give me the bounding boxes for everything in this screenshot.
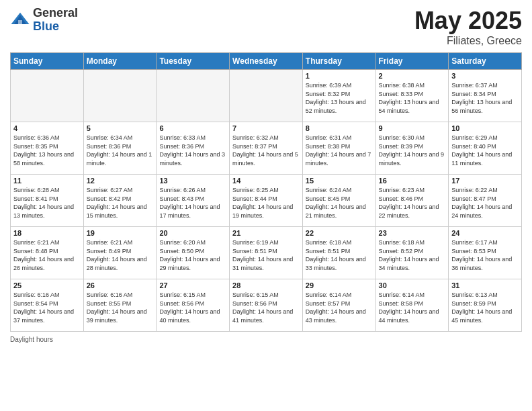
day-info: Sunrise: 6:27 AMSunset: 8:42 PMDaylight:… (87, 186, 154, 220)
day-number: 10 (451, 124, 519, 132)
day-number: 28 (232, 281, 300, 289)
calendar-week-3: 11Sunrise: 6:28 AMSunset: 8:41 PMDayligh… (11, 175, 522, 227)
calendar-cell: 13Sunrise: 6:26 AMSunset: 8:43 PMDayligh… (157, 175, 230, 227)
calendar-cell: 20Sunrise: 6:20 AMSunset: 8:50 PMDayligh… (157, 227, 230, 279)
title-month: May 2025 (414, 7, 522, 35)
day-number: 13 (159, 177, 226, 185)
day-number: 21 (232, 229, 300, 237)
calendar-cell: 21Sunrise: 6:19 AMSunset: 8:51 PMDayligh… (230, 227, 303, 279)
day-info: Sunrise: 6:37 AMSunset: 8:34 PMDaylight:… (451, 81, 519, 115)
day-number: 16 (379, 177, 446, 185)
calendar-header-tuesday: Tuesday (157, 53, 230, 70)
calendar-cell (83, 70, 157, 122)
title-location: Filiates, Greece (414, 35, 522, 47)
calendar-header-wednesday: Wednesday (230, 53, 303, 70)
calendar-cell: 17Sunrise: 6:22 AMSunset: 8:47 PMDayligh… (449, 175, 522, 227)
day-info: Sunrise: 6:17 AMSunset: 8:53 PMDaylight:… (451, 238, 519, 272)
calendar-cell (11, 70, 84, 122)
day-info: Sunrise: 6:34 AMSunset: 8:36 PMDaylight:… (87, 134, 154, 167)
calendar-cell: 23Sunrise: 6:18 AMSunset: 8:52 PMDayligh… (375, 227, 449, 279)
title-block: May 2025 Filiates, Greece (414, 7, 522, 47)
calendar-cell: 2Sunrise: 6:38 AMSunset: 8:33 PMDaylight… (375, 70, 449, 122)
calendar-table: SundayMondayTuesdayWednesdayThursdayFrid… (10, 52, 522, 332)
day-info: Sunrise: 6:32 AMSunset: 8:37 PMDaylight:… (232, 134, 300, 167)
day-info: Sunrise: 6:30 AMSunset: 8:39 PMDaylight:… (379, 134, 446, 167)
header: General Blue May 2025 Filiates, Greece (10, 7, 522, 47)
calendar-header-friday: Friday (375, 53, 449, 70)
day-info: Sunrise: 6:21 AMSunset: 8:49 PMDaylight:… (87, 238, 154, 272)
day-number: 19 (87, 229, 154, 237)
day-number: 2 (379, 72, 446, 80)
day-info: Sunrise: 6:23 AMSunset: 8:46 PMDaylight:… (379, 186, 446, 220)
calendar-cell: 11Sunrise: 6:28 AMSunset: 8:41 PMDayligh… (11, 175, 84, 227)
day-info: Sunrise: 6:21 AMSunset: 8:48 PMDaylight:… (13, 238, 81, 272)
day-number: 20 (159, 229, 226, 237)
day-info: Sunrise: 6:29 AMSunset: 8:40 PMDaylight:… (451, 134, 519, 167)
calendar-week-5: 25Sunrise: 6:16 AMSunset: 8:54 PMDayligh… (11, 279, 522, 332)
calendar-cell: 1Sunrise: 6:39 AMSunset: 8:32 PMDaylight… (302, 70, 375, 122)
calendar-cell: 9Sunrise: 6:30 AMSunset: 8:39 PMDaylight… (375, 122, 449, 175)
calendar-header-sunday: Sunday (11, 53, 84, 70)
day-number: 14 (232, 177, 300, 185)
day-number: 30 (379, 281, 446, 289)
calendar-cell: 19Sunrise: 6:21 AMSunset: 8:49 PMDayligh… (83, 227, 157, 279)
day-info: Sunrise: 6:16 AMSunset: 8:54 PMDaylight:… (13, 291, 81, 324)
calendar-cell: 27Sunrise: 6:15 AMSunset: 8:56 PMDayligh… (157, 279, 230, 332)
daylight-hours-label: Daylight hours (10, 336, 53, 343)
calendar-cell: 3Sunrise: 6:37 AMSunset: 8:34 PMDaylight… (449, 70, 522, 122)
day-info: Sunrise: 6:19 AMSunset: 8:51 PMDaylight:… (232, 238, 300, 272)
day-number: 31 (451, 281, 519, 289)
day-info: Sunrise: 6:13 AMSunset: 8:59 PMDaylight:… (451, 291, 519, 324)
calendar-cell: 25Sunrise: 6:16 AMSunset: 8:54 PMDayligh… (11, 279, 84, 332)
calendar-cell: 26Sunrise: 6:16 AMSunset: 8:55 PMDayligh… (83, 279, 157, 332)
day-info: Sunrise: 6:16 AMSunset: 8:55 PMDaylight:… (87, 291, 154, 324)
day-info: Sunrise: 6:20 AMSunset: 8:50 PMDaylight:… (159, 238, 226, 272)
calendar-cell: 31Sunrise: 6:13 AMSunset: 8:59 PMDayligh… (449, 279, 522, 332)
calendar-header-row: SundayMondayTuesdayWednesdayThursdayFrid… (11, 53, 522, 70)
day-info: Sunrise: 6:14 AMSunset: 8:57 PMDaylight:… (306, 291, 373, 324)
calendar-cell: 22Sunrise: 6:18 AMSunset: 8:51 PMDayligh… (302, 227, 375, 279)
day-number: 7 (232, 124, 300, 132)
logo-general-text: General (33, 7, 78, 20)
day-number: 17 (451, 177, 519, 185)
calendar-week-2: 4Sunrise: 6:36 AMSunset: 8:35 PMDaylight… (11, 122, 522, 175)
day-info: Sunrise: 6:15 AMSunset: 8:56 PMDaylight:… (232, 291, 300, 324)
day-number: 26 (87, 281, 154, 289)
day-number: 22 (306, 229, 373, 237)
calendar-week-4: 18Sunrise: 6:21 AMSunset: 8:48 PMDayligh… (11, 227, 522, 279)
calendar-cell: 16Sunrise: 6:23 AMSunset: 8:46 PMDayligh… (375, 175, 449, 227)
calendar-cell: 18Sunrise: 6:21 AMSunset: 8:48 PMDayligh… (11, 227, 84, 279)
day-number: 4 (13, 124, 81, 132)
footer: Daylight hours (10, 336, 522, 343)
day-number: 9 (379, 124, 446, 132)
day-info: Sunrise: 6:14 AMSunset: 8:58 PMDaylight:… (379, 291, 446, 324)
day-number: 8 (306, 124, 373, 132)
calendar-cell: 28Sunrise: 6:15 AMSunset: 8:56 PMDayligh… (230, 279, 303, 332)
calendar-cell: 4Sunrise: 6:36 AMSunset: 8:35 PMDaylight… (11, 122, 84, 175)
day-number: 15 (306, 177, 373, 185)
day-info: Sunrise: 6:25 AMSunset: 8:44 PMDaylight:… (232, 186, 300, 220)
day-info: Sunrise: 6:26 AMSunset: 8:43 PMDaylight:… (159, 186, 226, 220)
calendar-cell: 30Sunrise: 6:14 AMSunset: 8:58 PMDayligh… (375, 279, 449, 332)
day-number: 1 (306, 72, 373, 80)
day-info: Sunrise: 6:18 AMSunset: 8:52 PMDaylight:… (379, 238, 446, 272)
day-number: 3 (451, 72, 519, 80)
day-number: 29 (306, 281, 373, 289)
calendar-cell: 5Sunrise: 6:34 AMSunset: 8:36 PMDaylight… (83, 122, 157, 175)
day-info: Sunrise: 6:39 AMSunset: 8:32 PMDaylight:… (306, 81, 373, 115)
logo-text: General Blue (33, 7, 78, 34)
day-info: Sunrise: 6:36 AMSunset: 8:35 PMDaylight:… (13, 134, 81, 167)
page: General Blue May 2025 Filiates, Greece S… (0, 0, 532, 411)
calendar-header-thursday: Thursday (302, 53, 375, 70)
calendar-cell: 24Sunrise: 6:17 AMSunset: 8:53 PMDayligh… (449, 227, 522, 279)
calendar-cell: 12Sunrise: 6:27 AMSunset: 8:42 PMDayligh… (83, 175, 157, 227)
svg-rect-2 (18, 20, 22, 24)
day-number: 6 (159, 124, 226, 132)
day-info: Sunrise: 6:18 AMSunset: 8:51 PMDaylight:… (306, 238, 373, 272)
day-info: Sunrise: 6:24 AMSunset: 8:45 PMDaylight:… (306, 186, 373, 220)
day-number: 5 (87, 124, 154, 132)
day-info: Sunrise: 6:22 AMSunset: 8:47 PMDaylight:… (451, 186, 519, 220)
calendar-header-saturday: Saturday (449, 53, 522, 70)
calendar-week-1: 1Sunrise: 6:39 AMSunset: 8:32 PMDaylight… (11, 70, 522, 122)
day-number: 24 (451, 229, 519, 237)
